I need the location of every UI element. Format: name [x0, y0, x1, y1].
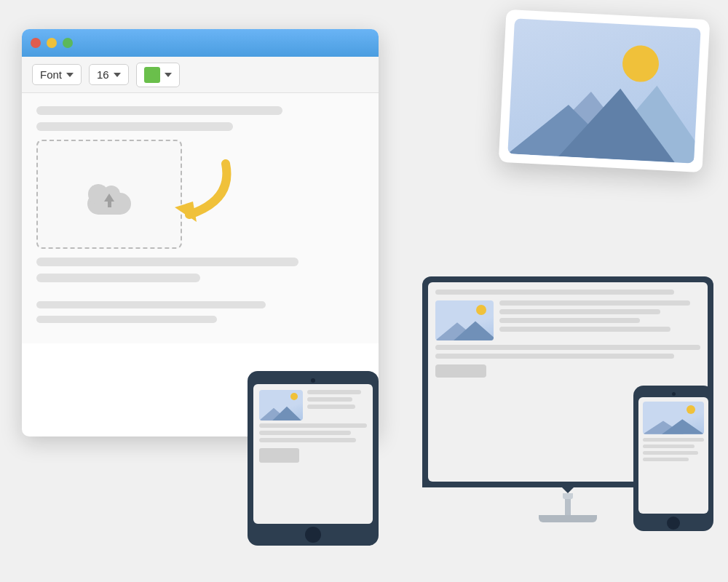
browser-toolbar: Font 16: [22, 57, 379, 93]
size-dropdown[interactable]: 16: [89, 64, 129, 85]
upload-arrow: [104, 194, 114, 207]
content-line-1: [36, 106, 282, 115]
phone-home-button[interactable]: [667, 517, 680, 530]
monitor-thumbnail: [435, 300, 494, 340]
content-line-4: [36, 274, 200, 282]
tablet-mini-mountains: [259, 404, 303, 420]
content-line-6: [36, 316, 217, 323]
content-line-2: [36, 122, 233, 131]
image-placeholder: [507, 18, 700, 163]
color-dropdown[interactable]: [136, 63, 180, 87]
color-dropdown-arrow-icon: [165, 73, 172, 77]
font-dropdown-arrow-icon: [66, 73, 74, 77]
phone-thumbnail: [643, 402, 704, 434]
browser-titlebar: [22, 29, 379, 57]
phone-mini-mountains: [643, 416, 704, 434]
mini-sun-icon: [476, 305, 486, 315]
mountains-icon: [507, 59, 698, 163]
floating-image-card: [499, 9, 711, 172]
monitor-base: [539, 515, 597, 522]
tablet-thumbnail: [259, 390, 303, 420]
monitor-stand-pole: [565, 499, 571, 515]
maximize-button[interactable]: [63, 38, 73, 48]
minimize-button[interactable]: [47, 38, 57, 48]
font-dropdown[interactable]: Font: [32, 64, 82, 85]
close-button[interactable]: [31, 38, 41, 48]
tablet-mini-sun: [290, 393, 298, 400]
phone-mini-sun: [687, 405, 695, 414]
content-line-3: [36, 258, 298, 266]
curved-arrow-icon: [160, 156, 240, 229]
tablet: [248, 371, 379, 546]
svg-marker-0: [175, 202, 197, 222]
phone-camera-icon: [672, 392, 676, 396]
scene: Font 16: [15, 15, 713, 567]
size-dropdown-arrow-icon: [114, 73, 121, 77]
size-label: 16: [97, 68, 109, 81]
tablet-camera-icon: [311, 378, 315, 383]
mini-mountains-icon: [435, 316, 494, 340]
tablet-screen: [253, 384, 373, 524]
font-label: Font: [40, 68, 62, 81]
tablet-home-button[interactable]: [305, 527, 321, 543]
content-line-5: [36, 301, 266, 308]
color-swatch: [144, 67, 160, 83]
monitor-stand-top: [562, 487, 574, 493]
phone-screen: [638, 397, 708, 514]
phone: [633, 386, 713, 531]
monitor-stand-oval: [563, 493, 573, 499]
